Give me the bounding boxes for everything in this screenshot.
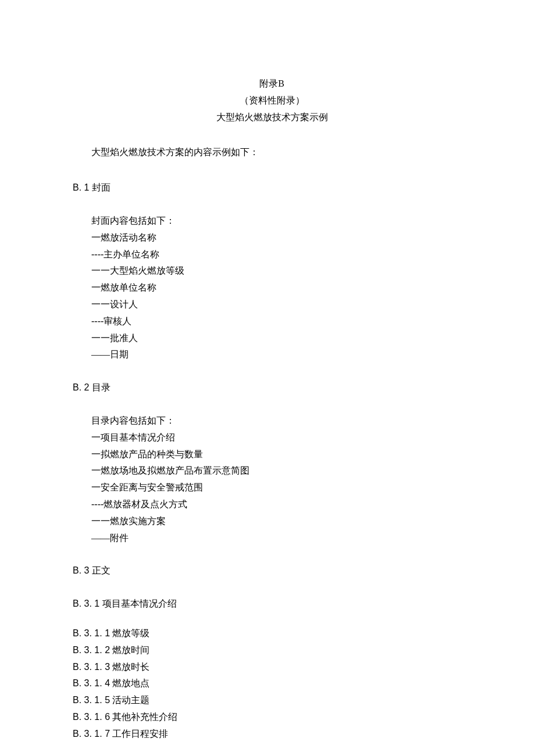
item-title: 燃放等级: [112, 628, 149, 638]
item-title: 其他补充性介绍: [112, 712, 177, 722]
item-number: B. 3. 1. 6: [73, 712, 112, 722]
list-item: 一燃放活动名称: [73, 230, 471, 246]
section-title: 封面: [92, 182, 110, 192]
section-b1-lead: 封面内容包括如下：: [73, 213, 471, 230]
list-item: B. 3. 1. 3 燃放时长: [73, 659, 471, 676]
section-b3-heading: B. 3 正文: [73, 562, 471, 579]
section-number: B. 3: [73, 565, 92, 575]
list-item: B. 3. 1. 5 活动主题: [73, 692, 471, 709]
section-b1-list: 一燃放活动名称 ----主办单位名称 一一大型焰火燃放等级 一燃放单位名称 一一…: [73, 230, 471, 363]
list-item: ----燃放器材及点火方式: [73, 496, 471, 513]
list-item: 一一燃放实施方案: [73, 513, 471, 530]
section-number: B. 1: [73, 182, 92, 192]
subsection-title: 项目基本情况介绍: [102, 599, 177, 608]
appendix-subtitle: （资料性附录）: [73, 92, 471, 109]
section-b2-list: 一项目基本情况介绍 一拟燃放产品的种类与数量 一燃放场地及拟燃放产品布置示意简图…: [73, 429, 471, 547]
list-item: 一燃放单位名称: [73, 280, 471, 296]
appendix-label: 附录B: [73, 76, 471, 92]
item-title: 活动主题: [112, 695, 149, 705]
section-b2-heading: B. 2 目录: [73, 379, 471, 396]
list-item: B. 3. 1. 2 燃放时间: [73, 642, 471, 659]
list-item: 一一大型焰火燃放等级: [73, 263, 471, 280]
list-item: ----主办单位名称: [73, 246, 471, 263]
list-item: B. 3. 1. 1 燃放等级: [73, 625, 471, 642]
section-number: B. 2: [73, 382, 92, 392]
item-title: 燃放时间: [112, 645, 149, 655]
item-number: B. 3. 1. 2: [73, 645, 112, 655]
item-title: 工作日程安排: [112, 729, 168, 739]
document-page: 附录B （资料性附录） 大型焰火燃放技术方案示例 大型焰火燃放技术方案的内容示例…: [0, 0, 535, 756]
section-title: 目录: [92, 382, 110, 392]
section-b2-lead: 目录内容包括如下：: [73, 413, 471, 429]
list-item: B. 3. 1. 6 其他补充性介绍: [73, 709, 471, 726]
item-number: B. 3. 1. 4: [73, 678, 112, 688]
intro-paragraph: 大型焰火燃放技术方案的内容示例如下：: [73, 144, 471, 161]
document-header: 附录B （资料性附录） 大型焰火燃放技术方案示例: [73, 76, 471, 126]
section-b1-heading: B. 1 封面: [73, 180, 471, 196]
item-title: 燃放时长: [112, 662, 149, 672]
list-item: 一安全距离与安全警戒范围: [73, 479, 471, 496]
list-item: 一项目基本情况介绍: [73, 429, 471, 446]
list-item: B. 3. 1. 4 燃放地点: [73, 675, 471, 692]
document-title: 大型焰火燃放技术方案示例: [73, 109, 471, 126]
section-b3-1-heading: B. 3. 1 项目基本情况介绍: [73, 596, 471, 612]
list-item: 一燃放场地及拟燃放产品布置示意简图: [73, 463, 471, 479]
list-item: ----审核人: [73, 313, 471, 330]
list-item: ——日期: [73, 346, 471, 363]
section-b3-1-items: B. 3. 1. 1 燃放等级 B. 3. 1. 2 燃放时间 B. 3. 1.…: [73, 625, 471, 743]
item-number: B. 3. 1. 5: [73, 695, 112, 705]
section-title: 正文: [92, 565, 110, 575]
item-number: B. 3. 1. 7: [73, 729, 112, 739]
item-number: B. 3. 1. 1: [73, 628, 112, 638]
subsection-number: B. 3. 1: [73, 599, 102, 608]
list-item: ——附件: [73, 530, 471, 547]
list-item: 一拟燃放产品的种类与数量: [73, 446, 471, 463]
list-item: B. 3. 1. 7 工作日程安排: [73, 726, 471, 743]
item-title: 燃放地点: [112, 678, 149, 688]
item-number: B. 3. 1. 3: [73, 662, 112, 672]
list-item: 一一设计人: [73, 296, 471, 313]
list-item: 一一批准人: [73, 330, 471, 347]
